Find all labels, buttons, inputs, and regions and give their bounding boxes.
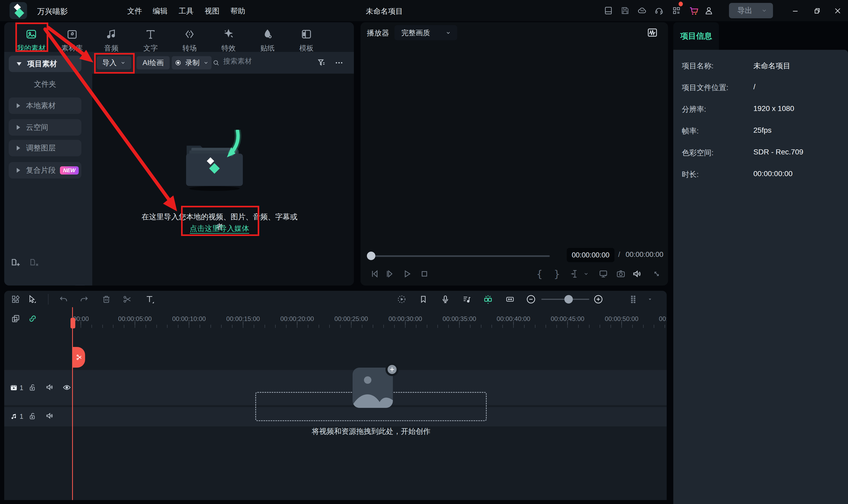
- sidebar-item-project-media[interactable]: 项目素材: [9, 56, 81, 72]
- sidebar-item-cloud-space[interactable]: 云空间: [9, 119, 81, 136]
- current-time[interactable]: 00:00:00:00: [567, 248, 615, 262]
- next-frame-button[interactable]: [384, 268, 395, 280]
- more-options-icon[interactable]: [334, 58, 344, 68]
- menu-tools[interactable]: 工具: [173, 6, 199, 16]
- tab-text[interactable]: 文字: [131, 28, 170, 53]
- audio-mute-icon[interactable]: [45, 411, 55, 420]
- quick-split-icon[interactable]: [483, 294, 493, 305]
- mark-in-button[interactable]: {: [534, 268, 545, 280]
- tab-label: 转场: [183, 43, 197, 53]
- support-headset-icon[interactable]: [654, 6, 664, 15]
- chevron-down-icon: [17, 62, 21, 66]
- volume-button[interactable]: [631, 268, 643, 280]
- snapshot-button[interactable]: [615, 268, 627, 280]
- media-manager-icon[interactable]: [10, 294, 21, 305]
- close-button[interactable]: [833, 6, 842, 15]
- playhead-head[interactable]: [70, 318, 75, 328]
- play-button[interactable]: [401, 268, 413, 280]
- insert-marker-button[interactable]: [569, 268, 580, 280]
- video-visibility-icon[interactable]: [62, 383, 72, 392]
- tab-stock-library[interactable]: 素材库: [52, 28, 92, 53]
- menu-file[interactable]: 文件: [122, 6, 148, 16]
- select-tool-icon[interactable]: [27, 294, 37, 305]
- audio-mixer-icon[interactable]: [462, 294, 472, 305]
- layout-panels-icon[interactable]: [604, 6, 613, 15]
- cart-icon[interactable]: [689, 5, 699, 16]
- marker-chevron-icon[interactable]: [583, 268, 590, 280]
- delete-folder-icon[interactable]: [29, 256, 41, 268]
- project-info-tab[interactable]: 项目信息: [673, 22, 719, 50]
- apps-grid-icon[interactable]: [672, 6, 681, 15]
- restore-button[interactable]: [812, 6, 821, 15]
- info-row-resolution: 分辨率: 1920 x 1080: [673, 104, 848, 120]
- fit-timeline-icon[interactable]: [505, 294, 515, 305]
- sidebar-item-local-media[interactable]: 本地素材: [9, 97, 81, 114]
- menu-view[interactable]: 视图: [200, 6, 225, 16]
- video-mute-icon[interactable]: [45, 382, 55, 392]
- media-sidebar: 项目素材 文件夹 本地素材 云空间 调整图层 复合片段 NEW: [4, 52, 92, 286]
- scissors-icon: [75, 353, 83, 361]
- tab-label: 素材库: [62, 43, 83, 53]
- account-icon[interactable]: [704, 6, 714, 15]
- info-row-framerate: 帧率: 25fps: [673, 126, 848, 142]
- playback-progress-knob[interactable]: [367, 252, 375, 260]
- text-tool-icon[interactable]: [144, 294, 155, 305]
- ai-paint-button[interactable]: AI绘画: [137, 56, 170, 69]
- scope-view-icon[interactable]: [646, 26, 659, 39]
- delete-icon[interactable]: [101, 294, 111, 305]
- save-icon[interactable]: [620, 6, 630, 15]
- playhead-line[interactable]: [72, 307, 73, 500]
- previous-frame-button[interactable]: [369, 268, 380, 280]
- playback-progress-bar[interactable]: [370, 255, 550, 257]
- quality-select[interactable]: 完整画质: [395, 25, 457, 40]
- tab-transitions[interactable]: 转场: [170, 28, 209, 53]
- record-button[interactable]: 录制: [172, 56, 211, 69]
- export-label: 导出: [738, 5, 752, 16]
- import-folder-illustration[interactable]: [171, 130, 258, 193]
- annotation-box-import-link: [181, 206, 259, 236]
- search-icon: [212, 59, 220, 67]
- collapse-sidebar-button[interactable]: [74, 285, 86, 286]
- minimize-button[interactable]: [791, 6, 800, 15]
- quality-value: 完整画质: [401, 28, 430, 38]
- sidebar-item-folder[interactable]: 文件夹: [9, 76, 81, 92]
- tab-stickers[interactable]: 贴纸: [248, 28, 287, 53]
- tab-audio[interactable]: 音频: [92, 28, 131, 53]
- voiceover-mic-icon[interactable]: [440, 294, 451, 305]
- menu-help[interactable]: 帮助: [225, 6, 250, 16]
- ruler-minor-ticks: [74, 325, 667, 328]
- menu-edit[interactable]: 编辑: [148, 6, 173, 16]
- stop-button[interactable]: [419, 268, 430, 280]
- playhead-split-handle[interactable]: [73, 347, 85, 367]
- split-scissors-icon[interactable]: [122, 294, 133, 305]
- tab-effects[interactable]: 特效: [209, 28, 248, 53]
- undo-icon[interactable]: [58, 294, 69, 305]
- marker-icon[interactable]: [418, 294, 429, 305]
- track-manager-chevron-icon[interactable]: [647, 294, 653, 305]
- render-preview-icon[interactable]: [396, 294, 407, 305]
- fullscreen-button[interactable]: [651, 268, 662, 280]
- add-folder-icon[interactable]: [11, 256, 22, 268]
- redo-icon[interactable]: [79, 294, 89, 305]
- sidebar-item-adjustment-layer[interactable]: 调整图层: [9, 140, 81, 156]
- filter-icon[interactable]: [316, 58, 327, 68]
- secondary-display-button[interactable]: [598, 268, 609, 280]
- mark-out-button[interactable]: }: [551, 268, 563, 280]
- tab-templates[interactable]: 模板: [287, 28, 326, 53]
- total-time: 00:00:00:00: [626, 251, 663, 259]
- timeline-zoom-knob[interactable]: [564, 295, 573, 304]
- add-media-plus-icon[interactable]: [385, 363, 399, 376]
- zoom-out-icon[interactable]: [526, 294, 536, 305]
- annotation-box-import: [94, 53, 135, 74]
- audio-lock-icon[interactable]: [28, 412, 37, 420]
- cloud-sync-icon[interactable]: [637, 6, 647, 15]
- zoom-in-icon[interactable]: [593, 294, 604, 305]
- video-lock-icon[interactable]: [28, 383, 37, 392]
- search-input[interactable]: [223, 57, 303, 66]
- track-manager-icon[interactable]: [628, 294, 639, 305]
- sidebar-item-label: 文件夹: [34, 79, 56, 89]
- sidebar-item-compound-clip[interactable]: 复合片段 NEW: [9, 162, 81, 179]
- export-button[interactable]: 导出: [729, 3, 773, 18]
- template-icon: [300, 28, 313, 40]
- player-panel: 播放器 完整画质 00:00:00:00 / 00:00:00:00 { }: [361, 22, 668, 286]
